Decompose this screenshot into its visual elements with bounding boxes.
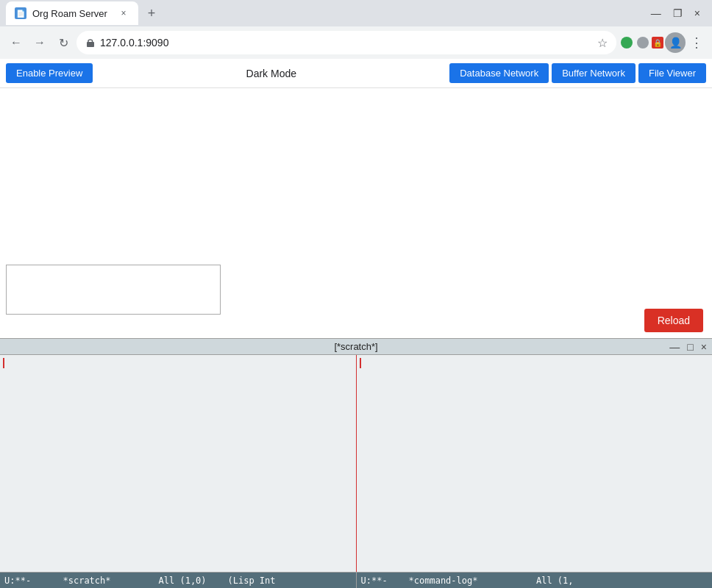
maximize-button[interactable]: ❐ [673,7,683,19]
menu-icon[interactable]: ⋮ [687,32,706,54]
back-button[interactable]: ← [6,32,26,53]
browser-frame: 📄 Org Roam Server × + — ❐ × ← → ↻ 127.0.… [0,0,712,588]
text-input[interactable] [6,265,221,315]
security-icon [85,37,96,48]
enable-preview-button[interactable]: Enable Preview [6,63,93,83]
toolbar-right: Database Network Buffer Network File Vie… [449,63,706,83]
dark-mode-toggle[interactable]: Dark Mode [99,68,444,79]
address-bar[interactable]: 127.0.0.1:9090 ☆ [76,31,616,54]
tab-favicon: 📄 [15,7,26,19]
close-button[interactable]: × [694,7,700,19]
tab-close-button[interactable]: × [118,7,129,19]
page-content: Enable Preview Dark Mode Database Networ… [0,59,712,338]
emacs-panel: [*scratch*] — □ × U:**- *scratch* [0,338,712,588]
emacs-title-bar: [*scratch*] — □ × [0,339,712,355]
emacs-window-controls: — □ × [667,341,709,353]
emacs-minimize-button[interactable]: — [667,341,682,353]
text-area-container [6,265,221,315]
emacs-body [0,355,712,572]
indicator-green [621,37,633,49]
svg-rect-0 [87,42,94,47]
emacs-status-left-part1: U:**- *scratch* All (1,0) (Lisp Int [0,573,356,588]
lock-indicator: 🔒 [652,37,663,49]
browser-tab[interactable]: 📄 Org Roam Server × [6,1,138,25]
emacs-status-bar: U:**- *scratch* All (1,0) (Lisp Int U:**… [0,572,712,588]
app-toolbar: Enable Preview Dark Mode Database Networ… [0,59,712,88]
title-bar: 📄 Org Roam Server × + — ❐ × [0,0,712,26]
database-network-button[interactable]: Database Network [449,63,549,83]
tab-title: Org Roam Server [32,8,107,19]
emacs-right-cursor [360,358,361,368]
main-area: Reload [0,88,712,338]
new-tab-button[interactable]: + [141,3,162,24]
omnibar-right: 🔒 👤 ⋮ [619,32,706,54]
emacs-status-right: U:**- *command-log* All (1, [357,573,713,588]
emacs-left-pane[interactable] [0,355,356,572]
buffer-network-button[interactable]: Buffer Network [552,63,636,83]
reload-action-button[interactable]: Reload [644,309,703,332]
emacs-maximize-button[interactable]: □ [685,341,695,353]
window-controls: — ❐ × [651,7,706,19]
indicator-grey [637,37,649,49]
address-text: 127.0.0.1:9090 [100,37,587,49]
emacs-close-button[interactable]: × [699,341,709,353]
reload-button[interactable]: ↻ [53,32,74,53]
profile-icon[interactable]: 👤 [665,32,686,53]
forward-button[interactable]: → [29,32,50,53]
bookmark-icon[interactable]: ☆ [597,36,608,50]
emacs-left-cursor [3,358,4,368]
omnibar: ← → ↻ 127.0.0.1:9090 ☆ 🔒 👤 ⋮ [0,26,712,59]
emacs-title: [*scratch*] [0,341,712,352]
minimize-button[interactable]: — [651,7,661,19]
file-viewer-button[interactable]: File Viewer [638,63,706,83]
emacs-right-pane[interactable] [357,355,713,572]
